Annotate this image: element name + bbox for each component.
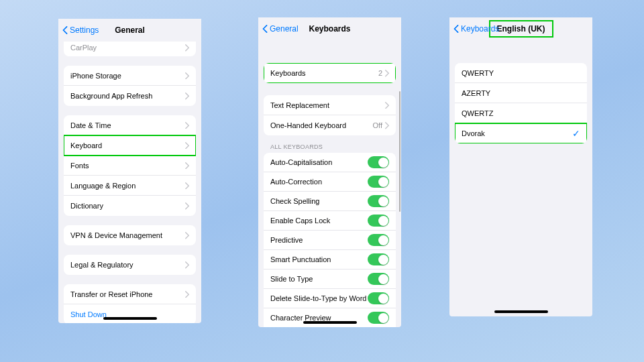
chevron-right-icon — [185, 122, 189, 129]
chevron-right-icon — [185, 202, 189, 209]
screen-keyboards: General Keyboards Keyboards 2 Text Repla… — [258, 17, 401, 327]
row-dictionary[interactable]: Dictionary — [64, 196, 196, 216]
row-carplay[interactable]: CarPlay — [64, 42, 196, 56]
toggle-label: Auto-Capitalisation — [270, 158, 368, 166]
group-layouts: QWERTYAZERTYQWERTZDvorak✓ — [455, 63, 587, 143]
home-indicator[interactable] — [103, 317, 157, 320]
group-partial: CarPlay — [64, 42, 196, 56]
row-fonts[interactable]: Fonts — [64, 156, 196, 176]
row-toggle-0[interactable]: Auto-Capitalisation — [264, 153, 396, 172]
back-button[interactable]: Keyboards — [453, 24, 499, 34]
chevron-left-icon — [62, 26, 68, 34]
toggle-switch[interactable] — [368, 156, 389, 168]
group-storage: iPhone Storage Background App Refresh — [64, 66, 196, 106]
row-toggle-1[interactable]: Auto-Correction — [264, 172, 396, 192]
toggle-label: Auto-Correction — [270, 178, 368, 186]
row-date-time[interactable]: Date & Time — [64, 115, 196, 135]
row-legal[interactable]: Legal & Regulatory — [64, 255, 196, 275]
toggle-label: Slide to Type — [270, 275, 368, 283]
chevron-right-icon — [185, 232, 189, 239]
chevron-left-icon — [262, 25, 268, 33]
layout-label: QWERTY — [462, 69, 580, 77]
row-transfer-reset[interactable]: Transfer or Reset iPhone — [64, 284, 196, 304]
chevron-right-icon — [185, 93, 189, 99]
row-layout-dvorak[interactable]: Dvorak✓ — [455, 123, 587, 143]
group-text-options: Text Replacement One-Handed Keyboard Off — [264, 95, 396, 135]
toggle-label: Delete Slide-to-Type by Word — [270, 294, 368, 302]
group-toggles: Auto-CapitalisationAuto-CorrectionCheck … — [264, 153, 396, 327]
toggle-label: Check Spelling — [270, 197, 368, 205]
back-button[interactable]: Settings — [62, 25, 99, 35]
toggle-switch[interactable] — [368, 273, 389, 285]
row-keyboards-list[interactable]: Keyboards 2 — [264, 63, 396, 83]
screen-english-uk: Keyboards English (UK) QWERTYAZERTYQWERT… — [449, 17, 592, 316]
toggle-switch[interactable] — [368, 234, 389, 246]
row-bg-app-refresh[interactable]: Background App Refresh — [64, 86, 196, 106]
toggle-switch[interactable] — [368, 253, 389, 265]
section-all-keyboards: All Keyboards — [258, 141, 401, 153]
chevron-right-icon — [385, 122, 389, 129]
back-button[interactable]: General — [262, 24, 299, 34]
row-layout-azerty[interactable]: AZERTY — [455, 83, 587, 103]
chevron-left-icon — [453, 25, 459, 33]
group-keyboards: Keyboards 2 — [264, 63, 396, 83]
row-vpn[interactable]: VPN & Device Management — [64, 225, 196, 245]
group-legal: Legal & Regulatory — [64, 255, 196, 275]
row-toggle-5[interactable]: Smart Punctuation — [264, 250, 396, 269]
chevron-right-icon — [185, 291, 189, 298]
back-label: General — [270, 24, 299, 34]
chevron-right-icon — [185, 182, 189, 189]
layout-label: Dvorak — [462, 129, 572, 137]
chevron-right-icon — [185, 261, 189, 268]
row-toggle-4[interactable]: Predictive — [264, 231, 396, 250]
toggle-switch[interactable] — [368, 215, 389, 227]
toggle-label: Predictive — [270, 236, 368, 244]
chevron-right-icon — [385, 70, 389, 76]
group-vpn: VPN & Device Management — [64, 225, 196, 245]
row-toggle-3[interactable]: Enable Caps Lock — [264, 211, 396, 231]
toggle-switch[interactable] — [368, 195, 389, 207]
row-toggle-6[interactable]: Slide to Type — [264, 269, 396, 289]
row-language-region[interactable]: Language & Region — [64, 176, 196, 196]
home-indicator[interactable] — [494, 310, 548, 313]
group-datetime: Date & Time Keyboard Fonts Language & Re… — [64, 115, 196, 216]
toggle-label: Enable Caps Lock — [270, 217, 368, 225]
toggle-switch[interactable] — [368, 312, 389, 324]
chevron-right-icon — [185, 44, 189, 51]
back-label: Settings — [70, 25, 99, 35]
row-text-replacement[interactable]: Text Replacement — [264, 95, 396, 115]
row-shutdown[interactable]: Shut Down — [64, 304, 196, 323]
chevron-right-icon — [385, 102, 389, 109]
chevron-right-icon — [185, 142, 189, 149]
navbar: Keyboards English (UK) — [449, 17, 592, 40]
toggle-switch[interactable] — [368, 176, 389, 188]
row-layout-qwerty[interactable]: QWERTY — [455, 63, 587, 83]
row-keyboard[interactable]: Keyboard — [64, 135, 196, 156]
scrollbar[interactable] — [399, 91, 400, 212]
row-toggle-2[interactable]: Check Spelling — [264, 192, 396, 211]
row-layout-qwertz[interactable]: QWERTZ — [455, 103, 587, 123]
chevron-right-icon — [185, 72, 189, 79]
row-onehanded[interactable]: One-Handed Keyboard Off — [264, 115, 396, 135]
row-iphone-storage[interactable]: iPhone Storage — [64, 66, 196, 86]
back-label: Keyboards — [461, 24, 499, 34]
row-toggle-8[interactable]: Character Preview — [264, 308, 396, 327]
screen-general: Settings General CarPlay iPhone Storage … — [58, 19, 201, 323]
navbar: General Keyboards — [258, 17, 401, 40]
row-toggle-7[interactable]: Delete Slide-to-Type by Word — [264, 289, 396, 308]
home-indicator[interactable] — [303, 321, 357, 324]
layout-label: AZERTY — [462, 89, 580, 97]
toggle-label: Smart Punctuation — [270, 255, 368, 263]
chevron-right-icon — [185, 162, 189, 169]
toggle-switch[interactable] — [368, 292, 389, 304]
checkmark-icon: ✓ — [572, 129, 580, 138]
navbar: Settings General — [58, 19, 201, 42]
keyboards-count: 2 — [378, 69, 382, 77]
layout-label: QWERTZ — [462, 109, 580, 117]
